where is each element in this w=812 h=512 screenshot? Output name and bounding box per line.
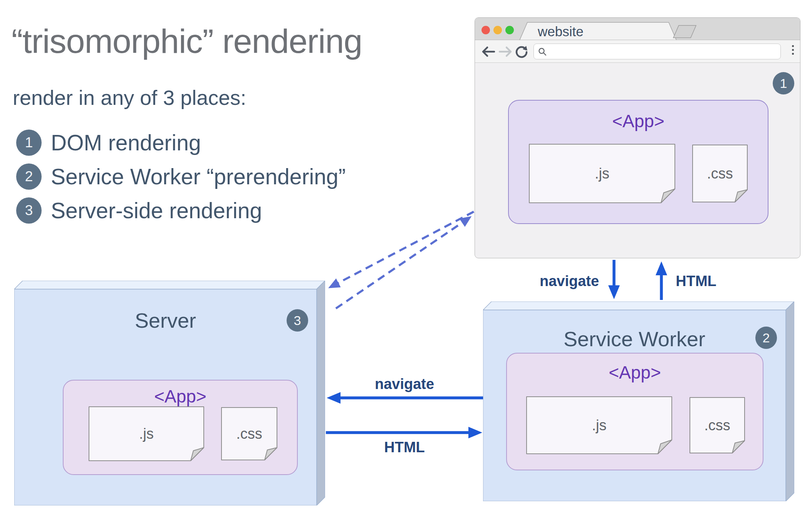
service-worker-box: Service Worker 2 <App> .js .css xyxy=(483,301,794,501)
page-title: “trisomorphic” rendering xyxy=(12,22,362,61)
js-file-label: .js xyxy=(592,417,607,434)
js-file-icon: .js xyxy=(89,406,204,461)
new-tab-icon[interactable] xyxy=(673,25,696,38)
dashed-arrow-browser-to-server xyxy=(337,212,474,283)
html-label-vertical: HTML xyxy=(676,273,716,290)
trisomorphic-rendering-diagram: “trisomorphic” rendering render in any o… xyxy=(0,0,812,512)
html-label-horizontal: HTML xyxy=(384,439,425,456)
browser-tab-bar: website xyxy=(475,18,800,40)
browser-viewport: 1 <App> .js .css xyxy=(475,63,800,258)
back-icon[interactable] xyxy=(481,45,496,58)
css-file-icon: .css xyxy=(692,145,748,202)
kebab-menu-icon[interactable] xyxy=(792,45,794,55)
browser-window: website 1 <App> xyxy=(475,17,800,258)
browser-toolbar xyxy=(475,40,800,63)
css-file-label: .css xyxy=(704,417,730,434)
server-box: Server 3 <App> .js .css xyxy=(14,281,325,505)
maximize-icon[interactable] xyxy=(505,26,514,34)
reload-icon[interactable] xyxy=(515,45,528,59)
tab-title[interactable]: website xyxy=(538,24,584,39)
legend-item-dom: 1 DOM rendering xyxy=(16,130,201,156)
close-icon[interactable] xyxy=(481,26,490,34)
service-worker-title: Service Worker xyxy=(483,327,786,351)
step-badge-3: 3 xyxy=(287,309,308,332)
search-icon xyxy=(538,47,547,56)
app-tag-label: <App> xyxy=(509,111,768,131)
address-bar-input[interactable] xyxy=(534,44,781,59)
tab-shapes xyxy=(475,18,800,40)
legend-item-label: Service Worker “prerendering” xyxy=(51,164,346,189)
css-file-label: .css xyxy=(236,426,262,442)
legend-item-label: DOM rendering xyxy=(51,130,201,155)
legend-item-label: Server-side rendering xyxy=(51,198,262,223)
app-tag-label: <App> xyxy=(64,386,297,407)
legend-number-badge: 2 xyxy=(16,163,42,190)
forward-icon[interactable] xyxy=(498,45,513,58)
js-file-icon: .js xyxy=(529,144,675,203)
navigate-label-vertical: navigate xyxy=(540,273,599,290)
server-title: Server xyxy=(14,308,317,332)
step-badge-1: 1 xyxy=(773,72,794,94)
css-file-icon: .css xyxy=(221,407,277,460)
js-file-icon: .js xyxy=(526,396,672,454)
legend-item-service-worker: 2 Service Worker “prerendering” xyxy=(16,163,346,190)
step-badge-2: 2 xyxy=(755,327,777,349)
legend-number-badge: 1 xyxy=(16,130,42,156)
js-file-label: .js xyxy=(595,165,609,182)
legend-item-server-side: 3 Server-side rendering xyxy=(16,197,262,224)
page-subtitle: render in any of 3 places: xyxy=(13,86,246,109)
legend-number-badge: 3 xyxy=(16,197,42,224)
js-file-label: .js xyxy=(139,426,154,442)
css-file-icon: .css xyxy=(690,397,745,453)
css-file-label: .css xyxy=(707,165,733,182)
minimize-icon[interactable] xyxy=(493,26,502,34)
app-tag-label: <App> xyxy=(507,362,763,383)
navigate-label-horizontal: navigate xyxy=(375,376,434,392)
dashed-arrow-server-to-browser xyxy=(336,222,463,308)
